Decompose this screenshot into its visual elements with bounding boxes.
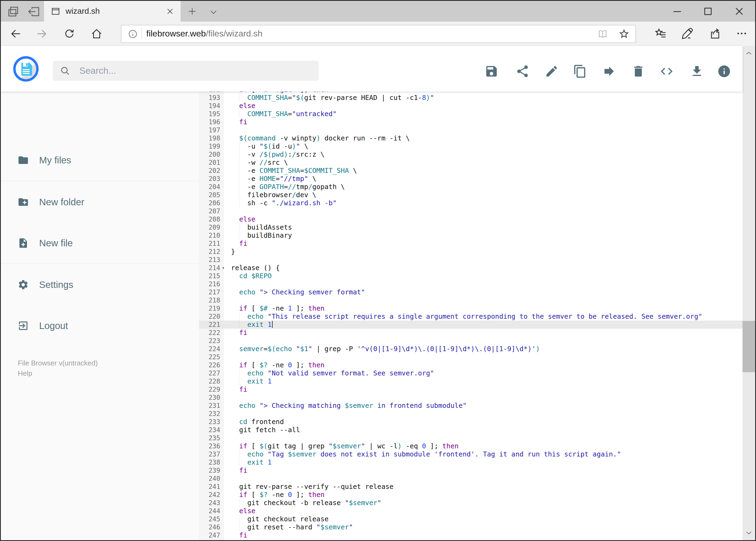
tab-preview-icon[interactable]: [6, 5, 20, 19]
code-text[interactable]: [224, 410, 742, 418]
code-line[interactable]: 243 git checkout -b release "$semver": [199, 499, 742, 507]
code-text[interactable]: echo "Not valid semver format. See semve…: [224, 369, 742, 377]
code-line[interactable]: 224 semver=$(echo "$1" | grep -P '^v(0|[…: [199, 345, 742, 353]
code-text[interactable]: -u "$(id -u)" \: [224, 142, 742, 151]
code-text[interactable]: cd frontend: [224, 418, 742, 426]
code-line[interactable]: 214▾release () {: [199, 264, 742, 272]
code-line[interactable]: 212}: [199, 248, 742, 256]
url-bar[interactable]: filebrowser.web/files/wizard.sh: [121, 25, 636, 43]
code-line[interactable]: 206 sh -c "./wizard.sh -b": [199, 199, 742, 207]
code-text[interactable]: [224, 207, 742, 215]
code-line[interactable]: 202 -e COMMIT_SHA=$COMMIT_SHA \: [199, 167, 742, 175]
code-line[interactable]: 218: [199, 296, 742, 304]
refresh-icon[interactable]: [63, 28, 76, 40]
code-text[interactable]: COMMIT_SHA="untracked": [224, 110, 742, 118]
new-tab-button[interactable]: [186, 6, 198, 17]
code-line[interactable]: 246 git reset --hard "$semver": [199, 523, 742, 531]
code-line[interactable]: 241 git rev-parse --verify --quiet relea…: [199, 483, 742, 491]
code-text[interactable]: fi: [224, 466, 742, 475]
code-line[interactable]: 227 echo "Not valid semver format. See s…: [199, 369, 742, 377]
code-text[interactable]: COMMIT_SHA="$(git rev-parse HEAD | cut -…: [224, 94, 742, 102]
code-line[interactable]: 234 git fetch --all: [199, 426, 742, 434]
code-text[interactable]: [224, 337, 742, 345]
code-line[interactable]: 203 -e HOME="//tmp" \: [199, 175, 742, 183]
code-line[interactable]: 226 if [ $? -ne 0 ]; then: [199, 361, 742, 369]
code-line[interactable]: 210 buildBinary: [199, 232, 742, 240]
reading-view-icon[interactable]: [597, 28, 609, 40]
code-text[interactable]: git checkout -b release "$semver": [224, 499, 742, 507]
code-text[interactable]: else: [224, 507, 742, 515]
search-input[interactable]: Search...: [53, 61, 319, 81]
code-line[interactable]: 238 exit 1: [199, 458, 742, 466]
code-line[interactable]: 200 -v /$(pwd):/src:z \: [199, 151, 742, 159]
code-text[interactable]: [224, 280, 742, 288]
code-text[interactable]: if [ $? -ne 0 ]; then: [224, 361, 742, 369]
sidebar-item-settings[interactable]: Settings: [1, 274, 199, 295]
code-text[interactable]: [224, 475, 742, 483]
url-text[interactable]: filebrowser.web/files/wizard.sh: [146, 29, 262, 39]
code-line[interactable]: 236 if [ $(git tag | grep "$semver" | wc…: [199, 442, 742, 450]
tab-list-chevron-icon[interactable]: [208, 7, 219, 18]
code-text[interactable]: fi: [224, 531, 742, 539]
code-text[interactable]: buildBinary: [224, 232, 742, 240]
code-text[interactable]: echo "Tag $semver does not exist in subm…: [224, 450, 742, 458]
code-line[interactable]: 217 echo "> Checking semver format": [199, 288, 742, 296]
vertical-scrollbar[interactable]: [742, 46, 755, 540]
code-text[interactable]: cd $REPO: [224, 272, 742, 280]
code-text[interactable]: else: [224, 215, 742, 224]
code-text[interactable]: buildAssets: [224, 224, 742, 232]
maximize-button[interactable]: [701, 5, 714, 18]
code-text[interactable]: exit 1: [224, 377, 742, 385]
code-line[interactable]: 233 cd frontend: [199, 418, 742, 426]
code-text[interactable]: -e COMMIT_SHA=$COMMIT_SHA \: [224, 167, 742, 175]
sidebar-item-logout[interactable]: Logout: [1, 315, 199, 336]
code-line[interactable]: 242 if [ $? -ne 0 ]; then: [199, 491, 742, 499]
code-line[interactable]: 231 echo "> Checking matching $semver in…: [199, 402, 742, 410]
code-text[interactable]: git rev-parse --verify --quiet release: [224, 483, 742, 491]
code-line[interactable]: 211 fi: [199, 240, 742, 248]
code-line[interactable]: 223: [199, 337, 742, 345]
code-line[interactable]: 197: [199, 126, 742, 134]
code-text[interactable]: else: [224, 102, 742, 110]
code-line[interactable]: 215 cd $REPO: [199, 272, 742, 280]
browser-tab[interactable]: wizard.sh: [44, 1, 180, 22]
code-line[interactable]: 232: [199, 410, 742, 418]
code-text[interactable]: fi: [224, 385, 742, 393]
code-line[interactable]: 196 fi: [199, 118, 742, 126]
sidebar-item-new-folder[interactable]: New folder: [1, 191, 199, 213]
code-line[interactable]: 229 fi: [199, 385, 742, 393]
code-text[interactable]: release () {: [224, 264, 742, 272]
scroll-down-icon[interactable]: [744, 529, 754, 537]
hub-icon[interactable]: [654, 27, 667, 40]
move-button[interactable]: [602, 64, 616, 78]
more-icon[interactable]: [735, 27, 748, 40]
code-line[interactable]: 219 if [ $# -ne 1 ]; then: [199, 304, 742, 312]
copy-button[interactable]: [573, 64, 587, 78]
code-text[interactable]: [224, 353, 742, 361]
code-text[interactable]: [224, 393, 742, 402]
code-text[interactable]: [224, 434, 742, 442]
code-line[interactable]: 221 exit 1: [199, 320, 742, 329]
code-line[interactable]: 208 else: [199, 215, 742, 224]
set-tabs-aside-icon[interactable]: [27, 5, 41, 19]
code-line[interactable]: 235: [199, 434, 742, 442]
code-text[interactable]: echo "> Checking semver format": [224, 288, 742, 296]
code-text[interactable]: filebrowser/dev \: [224, 191, 742, 199]
code-text[interactable]: -e GOPATH=//tmp/gopath \: [224, 183, 742, 191]
sidebar-item-my-files[interactable]: My files: [1, 149, 199, 171]
tab-close-icon[interactable]: [164, 6, 176, 17]
code-text[interactable]: echo "This release script requires a sin…: [224, 312, 742, 320]
scroll-up-icon[interactable]: [744, 49, 754, 57]
code-line[interactable]: 213: [199, 256, 742, 264]
code-line[interactable]: 239 fi: [199, 466, 742, 475]
code-text[interactable]: fi: [224, 118, 742, 126]
code-line[interactable]: 204 -e GOPATH=//tmp/gopath \: [199, 183, 742, 191]
back-icon[interactable]: [10, 28, 22, 40]
share-page-icon[interactable]: [708, 27, 721, 40]
code-line[interactable]: 237 echo "Tag $semver does not exist in …: [199, 450, 742, 458]
code-text[interactable]: }: [224, 248, 742, 256]
home-icon[interactable]: [91, 28, 103, 40]
code-editor[interactable]: 192 if [ -d ".git" ]; then193 COMMIT_SHA…: [199, 92, 742, 540]
code-line[interactable]: 222 fi: [199, 329, 742, 337]
code-line[interactable]: 220 echo "This release script requires a…: [199, 312, 742, 320]
